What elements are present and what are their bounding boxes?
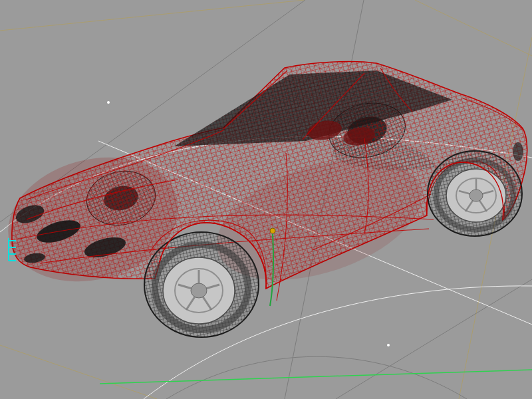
vertex-dot	[107, 101, 110, 104]
rear-wheel[interactable]	[428, 151, 522, 236]
vertex-marker[interactable]	[270, 228, 275, 233]
vertex-dot	[387, 344, 390, 346]
rear-hub	[469, 190, 483, 201]
tail-detail	[513, 142, 523, 161]
front-hub	[191, 283, 207, 298]
3d-viewport[interactable]	[0, 0, 532, 399]
front-wheel[interactable]	[144, 232, 259, 337]
viewport-canvas[interactable]	[0, 0, 532, 399]
